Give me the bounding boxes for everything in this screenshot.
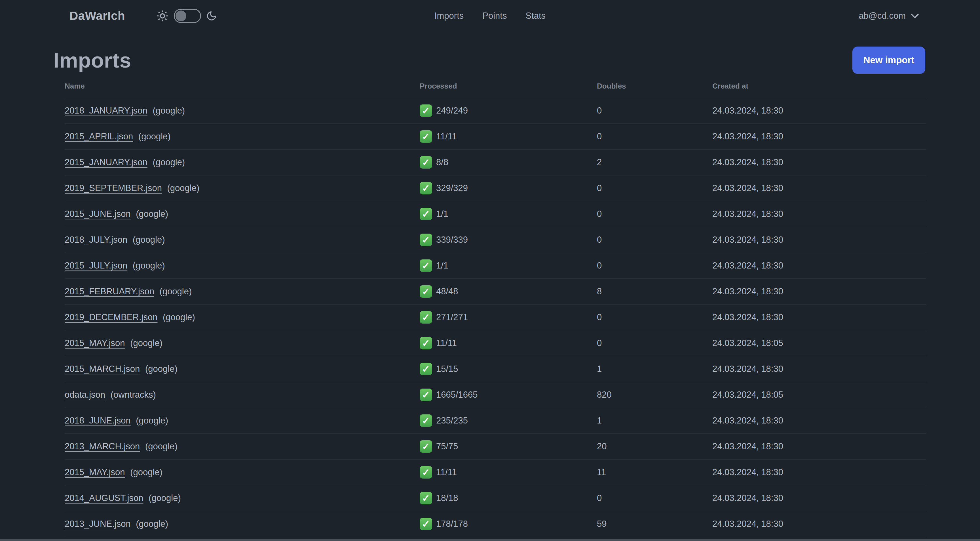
- processed-count: 178/178: [436, 519, 468, 529]
- name-cell: 2018_JULY.json (google): [65, 235, 420, 245]
- import-source-label: (google): [130, 338, 162, 348]
- created-at: 24.03.2024, 18:30: [712, 467, 926, 477]
- import-file-link[interactable]: 2014_AUGUST.json: [65, 493, 143, 503]
- created-at: 24.03.2024, 18:30: [712, 415, 926, 426]
- nav-link-points[interactable]: Points: [482, 11, 507, 21]
- table-row: 2013_JUNE.json (google) ✓ 178/178 59 24.…: [65, 511, 926, 537]
- table-row: 2015_FEBRUARY.json (google) ✓ 48/48 8 24…: [65, 279, 926, 305]
- processed-cell: ✓ 11/11: [420, 130, 597, 143]
- processed-cell: ✓ 249/249: [420, 104, 597, 117]
- created-at: 24.03.2024, 18:30: [712, 519, 926, 529]
- import-file-link[interactable]: 2015_APRIL.json: [65, 131, 133, 141]
- table-body: 2018_JANUARY.json (google) ✓ 249/249 0 2…: [65, 98, 926, 541]
- app-logo[interactable]: DaWarIch: [70, 9, 125, 23]
- table-row: 2015_JULY.json (google) ✓ 1/1 0 24.03.20…: [65, 253, 926, 279]
- check-icon: ✓: [420, 311, 432, 324]
- import-file-link[interactable]: 2018_JUNE.json: [65, 415, 131, 426]
- table-row: 2019_DECEMBER.json (google) ✓ 271/271 0 …: [65, 305, 926, 330]
- name-cell: 2018_JUNE.json (google): [65, 415, 420, 426]
- created-at: 24.03.2024, 18:30: [712, 312, 926, 322]
- processed-count: 1/1: [436, 209, 448, 219]
- doubles-count: 820: [597, 390, 712, 400]
- nav-link-stats[interactable]: Stats: [525, 11, 546, 21]
- import-file-link[interactable]: 2019_DECEMBER.json: [65, 312, 158, 322]
- import-source-label: (google): [163, 312, 195, 322]
- name-cell: 2013_JUNE.json (google): [65, 519, 420, 529]
- check-icon: ✓: [420, 440, 432, 453]
- name-cell: 2019_DECEMBER.json (google): [65, 312, 420, 322]
- import-source-label: (google): [136, 415, 168, 426]
- processed-cell: ✓ 48/48: [420, 285, 597, 298]
- table-row: 2018_JANUARY.json (google) ✓ 249/249 0 2…: [65, 98, 926, 124]
- sun-icon: [156, 10, 169, 22]
- import-file-link[interactable]: 2015_MAY.json: [65, 338, 125, 348]
- import-source-label: (google): [167, 183, 200, 193]
- name-cell: 2015_MAY.json (google): [65, 338, 420, 348]
- processed-cell: ✓ 271/271: [420, 311, 597, 324]
- import-file-link[interactable]: 2015_MARCH.json: [65, 364, 140, 374]
- doubles-count: 0: [597, 338, 712, 348]
- table-header: Name Processed Doubles Created at: [65, 74, 926, 98]
- main-content: Imports New import Name Processed Double…: [0, 46, 980, 541]
- import-file-link[interactable]: 2015_JANUARY.json: [65, 157, 148, 167]
- table-row: 2015_MAY.json (google) ✓ 11/11 11 24.03.…: [65, 460, 926, 485]
- import-file-link[interactable]: 2013_JUNE.json: [65, 519, 131, 529]
- import-file-link[interactable]: 2015_MAY.json: [65, 467, 125, 477]
- doubles-count: 11: [597, 467, 712, 477]
- processed-count: 11/11: [436, 467, 457, 477]
- name-cell: 2013_MARCH.json (google): [65, 441, 420, 452]
- import-source-label: (google): [145, 364, 178, 374]
- created-at: 24.03.2024, 18:05: [712, 338, 926, 348]
- table-row: 2018_JUNE.json (google) ✓ 235/235 1 24.0…: [65, 408, 926, 434]
- check-icon: ✓: [420, 518, 432, 530]
- processed-count: 249/249: [436, 105, 468, 116]
- doubles-count: 0: [597, 131, 712, 142]
- import-file-link[interactable]: 2015_FEBRUARY.json: [65, 286, 154, 296]
- import-file-link[interactable]: 2015_JULY.json: [65, 260, 127, 270]
- check-icon: ✓: [420, 492, 432, 504]
- check-icon: ✓: [420, 156, 432, 169]
- processed-count: 1/1: [436, 260, 448, 271]
- check-icon: ✓: [420, 389, 432, 401]
- import-file-link[interactable]: 2018_JANUARY.json: [65, 105, 148, 115]
- import-file-link[interactable]: odata.json: [65, 390, 105, 400]
- import-file-link[interactable]: 2019_SEPTEMBER.json: [65, 183, 162, 193]
- created-at: 24.03.2024, 18:30: [712, 441, 926, 452]
- import-file-link[interactable]: 2013_MARCH.json: [65, 441, 140, 451]
- name-cell: 2015_FEBRUARY.json (google): [65, 286, 420, 297]
- created-at: 24.03.2024, 18:30: [712, 364, 926, 374]
- column-header-processed: Processed: [420, 82, 597, 91]
- doubles-count: 0: [597, 235, 712, 245]
- table-row: 2013_MARCH.json (google) ✓ 75/75 20 24.0…: [65, 434, 926, 460]
- check-icon: ✓: [420, 337, 432, 349]
- name-cell: 2015_JANUARY.json (google): [65, 157, 420, 168]
- doubles-count: 2: [597, 157, 712, 168]
- user-menu[interactable]: ab@cd.com: [859, 11, 919, 21]
- import-file-link[interactable]: 2015_JUNE.json: [65, 209, 131, 219]
- page-head: Imports New import: [53, 46, 925, 74]
- import-file-link[interactable]: 2018_JULY.json: [65, 235, 127, 245]
- processed-cell: ✓ 1/1: [420, 259, 597, 272]
- check-icon: ✓: [420, 414, 432, 427]
- navbar: DaWarIch Imports Points Stats ab@cd.com: [0, 0, 980, 32]
- doubles-count: 1: [597, 364, 712, 374]
- created-at: 24.03.2024, 18:30: [712, 183, 926, 193]
- new-import-button[interactable]: New import: [853, 46, 925, 74]
- processed-cell: ✓ 339/339: [420, 234, 597, 246]
- column-header-created-at: Created at: [712, 82, 926, 91]
- table-row: odata.json (owntracks) ✓ 1665/1665 820 2…: [65, 382, 926, 408]
- nav-link-imports[interactable]: Imports: [434, 11, 464, 21]
- check-icon: ✓: [420, 234, 432, 246]
- theme-toggle-switch[interactable]: [174, 9, 201, 23]
- main-nav: Imports Points Stats: [434, 11, 546, 21]
- doubles-count: 0: [597, 105, 712, 116]
- check-icon: ✓: [420, 182, 432, 195]
- processed-cell: ✓ 75/75: [420, 440, 597, 453]
- doubles-count: 8: [597, 286, 712, 297]
- created-at: 24.03.2024, 18:30: [712, 493, 926, 503]
- doubles-count: 0: [597, 260, 712, 271]
- import-source-label: (google): [136, 519, 168, 529]
- processed-count: 1665/1665: [436, 390, 478, 400]
- name-cell: 2015_JULY.json (google): [65, 260, 420, 271]
- moon-icon: [206, 11, 217, 21]
